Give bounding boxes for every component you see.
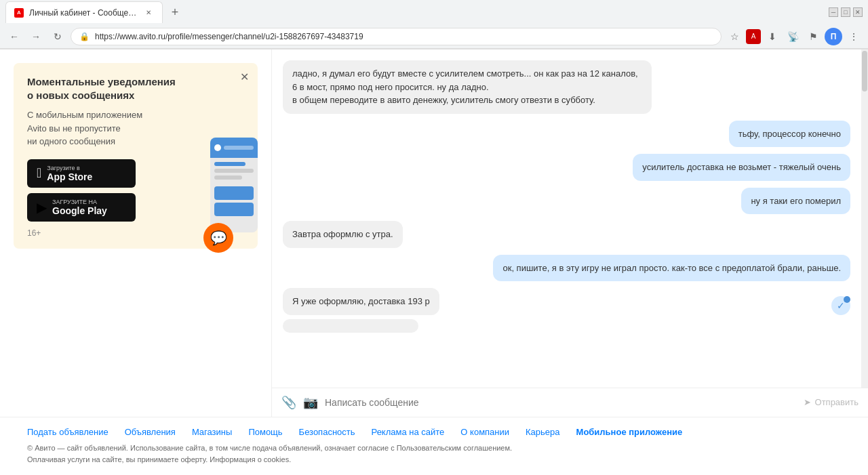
camera-icon[interactable]: 📷	[303, 395, 318, 410]
send-icon: ➤	[804, 397, 811, 407]
footer-link[interactable]: Помощь	[248, 427, 282, 437]
footer-link[interactable]: Безопасность	[299, 427, 355, 437]
check-area: ✓	[831, 296, 850, 315]
chat-messages[interactable]: ладно, я думал его будут вместе с усилит…	[272, 49, 861, 388]
new-tab-button[interactable]: +	[165, 3, 184, 22]
google-play-sub-label: ЗАГРУЗИТЕ НА	[52, 199, 107, 205]
footer-copyright: © Авито — сайт объявлений. Использование…	[27, 442, 841, 466]
attach-icon[interactable]: 📎	[281, 395, 296, 410]
phone-line1	[214, 162, 245, 166]
minimize-button[interactable]: ─	[829, 7, 838, 17]
maximize-button[interactable]: □	[841, 7, 850, 17]
footer-link[interactable]: О компании	[460, 427, 509, 437]
message-bubble-incoming: Я уже оформляю, доставка 193 р	[283, 288, 439, 315]
scrollbar-thumb[interactable]	[862, 51, 867, 91]
app-store-sub-label: Загрузите в	[47, 165, 92, 171]
tab-bar: A Личный кабинет - Сообщения - А... ✕ + …	[0, 0, 868, 24]
bookmark-button[interactable]: ☆	[726, 28, 743, 45]
profile-icon[interactable]: П	[825, 28, 842, 45]
toolbar-icons: ☆ A ⬇ 📡 ⚑ П ⋮	[726, 28, 863, 45]
tab-title: Личный кабинет - Сообщения - А...	[29, 8, 138, 18]
tab-close-button[interactable]: ✕	[143, 7, 154, 18]
message-bubble-outgoing: тьфу, процессор конечно	[729, 121, 850, 148]
message-row: тьфу, процессор конечно	[283, 121, 850, 148]
message-row: Завтра оформлю с утра.	[283, 221, 850, 248]
google-play-icon: ▶	[37, 199, 47, 215]
address-bar[interactable]: 🔒 https://www.avito.ru/profile/messenger…	[71, 28, 722, 45]
page: ✕ Моментальные уведомленияо новых сообще…	[0, 49, 868, 475]
phone-body	[210, 138, 258, 232]
phone-bar	[224, 146, 254, 150]
address-bar-row: ← → ↻ 🔒 https://www.avito.ru/profile/mes…	[0, 24, 868, 49]
menu-button[interactable]: ⋮	[845, 28, 863, 45]
phone-line3	[214, 175, 242, 180]
apple-icon: 	[37, 165, 41, 181]
phone-mockup-area: 💬	[197, 138, 258, 273]
footer-link[interactable]: Подать объявление	[27, 427, 108, 437]
app-store-name-label: App Store	[47, 171, 92, 182]
message-bubble-outgoing: ну я таки его померил	[741, 188, 850, 215]
send-button[interactable]: ➤ Отправить	[804, 397, 859, 407]
message-row: Я уже оформляю, доставка 193 р ✓	[283, 288, 850, 315]
footer-link[interactable]: Реклама на сайте	[372, 427, 445, 437]
footer: Подать объявлениеОбъявленияМагазиныПомощ…	[0, 417, 868, 475]
last-messages-group: Я уже оформляю, доставка 193 р ✓	[283, 288, 850, 333]
copyright-text: © Авито — сайт объявлений. Использование…	[27, 444, 512, 452]
message-row: ну я таки его померил	[283, 188, 850, 215]
extensions-button[interactable]: A	[746, 29, 761, 44]
send-label: Отправить	[815, 397, 859, 407]
google-play-button[interactable]: ▶ ЗАГРУЗИТЕ НА Google Play	[27, 193, 136, 222]
footer-links: Подать объявлениеОбъявленияМагазиныПомощ…	[27, 427, 841, 437]
url-text: https://www.avito.ru/profile/messenger/c…	[95, 32, 713, 41]
phone-block1	[214, 186, 254, 200]
message-bubble-incoming: Завтра оформлю с утра.	[283, 221, 403, 248]
message-row: усилитель доставка не возьмет - тяжелый …	[283, 154, 850, 181]
main-layout: ✕ Моментальные уведомленияо новых сообще…	[0, 49, 868, 417]
footer-link[interactable]: Магазины	[192, 427, 233, 437]
notification-close-button[interactable]: ✕	[237, 70, 251, 83]
chat-inner: ладно, я думал его будут вместе с усилит…	[272, 49, 868, 388]
message-bubble-outgoing: ок, пишите, я в эту игру не играл просто…	[493, 255, 850, 282]
footer-link[interactable]: Объявления	[125, 427, 176, 437]
browser-chrome: A Личный кабинет - Сообщения - А... ✕ + …	[0, 0, 868, 49]
read-check: ✓	[831, 296, 850, 315]
forward-button[interactable]: →	[27, 28, 45, 45]
back-button[interactable]: ←	[5, 28, 23, 45]
phone-block2	[214, 203, 254, 216]
chat-input-area: 📎 📷 ➤ Отправить	[272, 388, 868, 417]
cast-button[interactable]: 📡	[784, 28, 802, 45]
message-row: ок, пишите, я в эту игру не играл просто…	[283, 255, 850, 282]
lock-icon: 🔒	[79, 32, 90, 41]
window-controls: ─ □ ✕	[829, 7, 863, 17]
download-button[interactable]: ⬇	[764, 28, 781, 45]
message-row: ладно, я думал его будут вместе с усилит…	[283, 60, 850, 114]
message-input[interactable]	[325, 397, 797, 408]
phone-line2	[214, 169, 254, 173]
flag-button[interactable]: ⚑	[804, 28, 822, 45]
app-store-text: Загрузите в App Store	[47, 165, 92, 182]
phone-dot	[214, 144, 221, 151]
phone-content	[210, 158, 258, 220]
refresh-button[interactable]: ↻	[49, 28, 66, 45]
phone-header	[210, 138, 258, 158]
close-window-button[interactable]: ✕	[853, 7, 863, 17]
app-store-button[interactable]:  Загрузите в App Store	[27, 159, 136, 188]
partial-bubble	[283, 319, 418, 333]
message-bubble-outgoing: усилитель доставка не возьмет - тяжелый …	[633, 154, 850, 181]
message-bubble-incoming: ладно, я думал его будут вместе с усилит…	[283, 60, 652, 114]
tab-favicon: A	[14, 8, 24, 18]
footer-link[interactable]: Карьера	[526, 427, 560, 437]
google-play-name-label: Google Play	[52, 205, 107, 216]
footer-link[interactable]: Мобильное приложение	[576, 427, 683, 437]
active-tab[interactable]: A Личный кабинет - Сообщения - А... ✕	[5, 1, 163, 23]
left-panel: ✕ Моментальные уведомленияо новых сообще…	[0, 49, 271, 417]
unread-dot	[844, 296, 850, 303]
scrollbar-track[interactable]	[861, 49, 868, 388]
avito-chat-icon: 💬	[203, 223, 233, 253]
cookie-text: Оплачивая услуги на сайте, вы принимаете…	[27, 455, 291, 463]
notification-title: Моментальные уведомленияо новых сообщени…	[27, 75, 244, 102]
google-play-text: ЗАГРУЗИТЕ НА Google Play	[52, 199, 107, 216]
chat-area: ладно, я думал его будут вместе с усилит…	[271, 49, 868, 417]
